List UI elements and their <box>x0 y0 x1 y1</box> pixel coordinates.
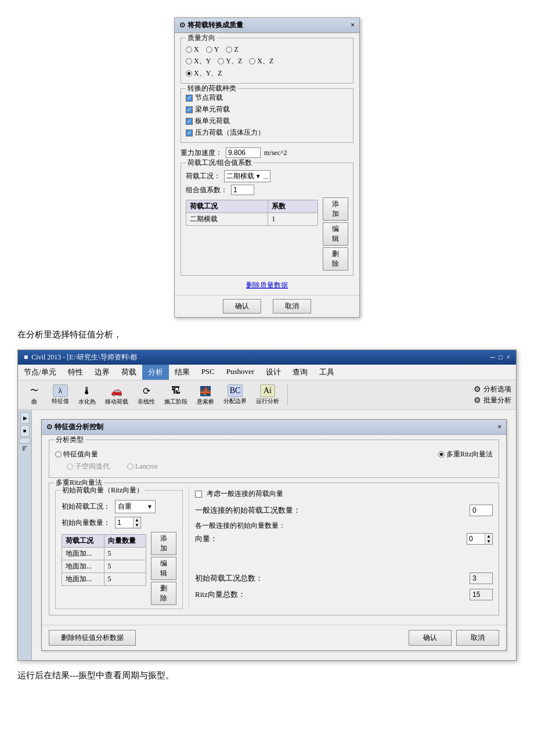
toolbar-curve-btn[interactable]: 〜 曲 <box>23 383 46 407</box>
menu-properties[interactable]: 特性 <box>62 365 89 380</box>
cb-node-load[interactable]: ✓ 节点荷载 <box>186 93 348 103</box>
delete-button[interactable]: 删除 <box>323 247 348 271</box>
coeff-input[interactable] <box>231 185 254 195</box>
table-row[interactable]: 地面加... 5 <box>62 548 146 560</box>
window-title: Civil 2013 - [E:\研究生\导师资料\都 <box>31 352 137 362</box>
radio-eigenvector[interactable]: 特征值向量 <box>55 449 98 459</box>
edit-button[interactable]: 编辑 <box>323 222 348 246</box>
consider-checkbox[interactable] <box>195 491 202 498</box>
toolbar-cable-btn[interactable]: 🌉 悬索桥 <box>193 383 218 407</box>
toolbar-run-btn[interactable]: Ai 运行分析 <box>252 383 283 406</box>
table-row[interactable]: 二期横载 1 <box>186 213 318 226</box>
cancel-button[interactable]: 取消 <box>273 299 311 314</box>
table-header-case: 荷载工况 <box>186 200 268 213</box>
case-count-input[interactable] <box>470 505 493 516</box>
ritz-group: 多重Ritz向量法 初始荷载向量（Ritz向量） 初始荷载工况： 自重 <box>49 483 499 615</box>
ritz-delete-btn[interactable]: 删除 <box>151 582 176 605</box>
case-combo[interactable]: 二期横载 ▼ ... <box>224 170 270 182</box>
minimize-icon[interactable]: ─ <box>490 353 495 362</box>
radio-circle-yz <box>218 58 224 64</box>
table-cell-coeff: 1 <box>268 213 318 226</box>
toolbar-boundary-btn[interactable]: BC 分配边界 <box>220 383 250 406</box>
radio-xyz[interactable]: X、Y、Z <box>186 69 222 78</box>
toolbar-construction-btn[interactable]: 🏗 施工阶段 <box>161 383 191 407</box>
add-button[interactable]: 添加 <box>323 197 348 221</box>
toolbar-boundary-label: 分配边界 <box>223 397 247 405</box>
sidebar-btn-3[interactable]: 扩 <box>19 438 30 444</box>
delete-eigenvalue-btn[interactable]: 删除特征值分析数据 <box>49 630 136 646</box>
ritz-total-label: Ritz向量总数： <box>195 589 246 600</box>
maximize-icon[interactable]: □ <box>499 353 503 362</box>
toolbar-nonlinear-btn[interactable]: ⟳ 非线性 <box>134 383 158 407</box>
radio-eigenvector-circle <box>55 451 62 458</box>
each-count-label: 各一般连接的初始向量数量： <box>195 521 493 531</box>
sidebar-btn-2[interactable]: ■ <box>20 425 30 437</box>
radio-xz[interactable]: X、Z <box>249 56 273 66</box>
cb-pressure-load-label: 压力荷载（流体压力） <box>195 128 265 138</box>
radio-lancros-label: Lancros <box>135 462 158 471</box>
init-case-combo[interactable]: 自重 ▼ <box>115 500 156 513</box>
menu-pushover[interactable]: Pushover <box>221 365 260 380</box>
cb-pressure-load[interactable]: ✓ 压力荷载（流体压力） <box>186 128 348 138</box>
toolbar-eigenvalue-btn[interactable]: λ 特征值 <box>48 383 73 406</box>
menu-load[interactable]: 荷载 <box>116 365 142 380</box>
toolbar-hydration-btn[interactable]: 🌡 水化热 <box>75 383 99 407</box>
close-icon[interactable]: × <box>351 21 355 30</box>
combo-dots-btn[interactable]: ... <box>264 173 268 180</box>
radio-yz[interactable]: Y、Z <box>218 56 242 66</box>
cb-plate-load[interactable]: ✓ 板单元荷载 <box>186 116 348 126</box>
vector-count-spinner[interactable]: ▲ ▼ <box>115 517 141 528</box>
dialog2-cancel-btn[interactable]: 取消 <box>456 630 499 646</box>
cb-plate-load-label: 板单元荷载 <box>195 116 230 126</box>
ritz-total-input <box>470 589 493 600</box>
menu-design[interactable]: 设计 <box>260 365 287 380</box>
radio-ritz[interactable]: 多重Ritz向量法 <box>438 449 493 459</box>
dialog2-confirm-btn[interactable]: 确认 <box>409 630 452 646</box>
menu-boundary[interactable]: 边界 <box>89 365 116 380</box>
vector-up[interactable]: ▲ <box>485 534 492 539</box>
gravity-label: 重力加速度： <box>181 148 222 158</box>
spinner-up[interactable]: ▲ <box>134 517 140 523</box>
menu-psc[interactable]: PSC <box>196 365 221 380</box>
batch-analysis-btn[interactable]: ⚙ 批量分析 <box>474 395 511 405</box>
ritz-table-header-vectors: 向量数量 <box>104 535 146 548</box>
radio-label-x: X <box>194 45 199 54</box>
radio-lancros-circle <box>127 463 134 470</box>
menu-analysis[interactable]: 分析 <box>142 365 169 380</box>
mass-direction-group: 质量方向 X Y Z X、Y <box>181 38 353 84</box>
radio-subspace[interactable]: 子空间迭代 <box>67 462 110 471</box>
ritz-cell-case-2: 地面加... <box>62 560 104 573</box>
radio-subspace-label: 子空间迭代 <box>75 462 110 471</box>
table-buttons: 添加 编辑 删除 <box>323 197 348 271</box>
menu-query[interactable]: 查询 <box>287 365 313 380</box>
toolbar-moving-load-btn[interactable]: 🚗 移动荷载 <box>102 383 132 407</box>
radio-subspace-circle <box>67 463 73 470</box>
analysis-options-btn[interactable]: ⚙ 分析选项 <box>474 384 511 394</box>
table-row[interactable]: 地面加... 5 <box>62 560 146 573</box>
cable-icon: 🌉 <box>197 384 214 398</box>
ritz-add-btn[interactable]: 添加 <box>151 532 176 555</box>
vector-input[interactable] <box>467 534 485 543</box>
vector-count-input[interactable] <box>116 518 133 527</box>
sidebar-btn-1[interactable]: ▶ <box>20 412 30 424</box>
ritz-edit-btn[interactable]: 编辑 <box>151 557 176 580</box>
ritz-table-section: 荷载工况 向量数量 地面加... 5 <box>62 532 176 605</box>
window-close-icon[interactable]: × <box>506 353 510 362</box>
dialog2-close-icon[interactable]: × <box>497 423 501 431</box>
radio-lancros[interactable]: Lancros <box>127 462 158 471</box>
menu-tools[interactable]: 工具 <box>313 365 340 380</box>
table-row[interactable]: 地面加... 5 <box>62 573 146 586</box>
confirm-button[interactable]: 确认 <box>223 299 261 314</box>
delete-mass-data-link[interactable]: 删除质量数据 <box>181 280 353 290</box>
menu-result[interactable]: 结果 <box>169 365 196 380</box>
cb-beam-load[interactable]: ✓ 梁单元荷载 <box>186 105 348 114</box>
vector-spinner[interactable]: ▲ ▼ <box>467 533 493 545</box>
radio-z[interactable]: Z <box>226 45 238 54</box>
radio-y[interactable]: Y <box>206 45 219 54</box>
spinner-down[interactable]: ▼ <box>134 523 140 528</box>
radio-x[interactable]: X <box>186 45 199 54</box>
menu-node-element[interactable]: 节点/单元 <box>18 365 62 380</box>
gravity-input[interactable] <box>226 147 261 158</box>
radio-xy[interactable]: X、Y <box>186 56 211 66</box>
vector-down[interactable]: ▼ <box>485 539 492 544</box>
